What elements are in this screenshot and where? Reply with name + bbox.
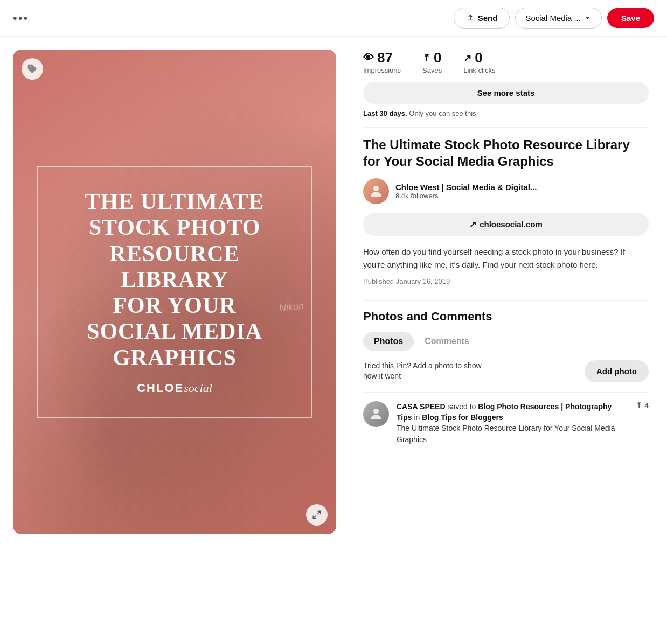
pin-card[interactable]: Nikon THE ULTIMATE STOCK PHOTO RESOURCE … xyxy=(13,50,336,534)
stats-row: 👁 87 Impressions ⤒ 0 Saves ↗ 0 Link clic… xyxy=(363,50,649,74)
save-button[interactable]: Save xyxy=(607,8,654,28)
board-label: Social Media ... xyxy=(525,13,581,23)
saves-count: 4 xyxy=(644,401,649,410)
main-content: Nikon THE ULTIMATE STOCK PHOTO RESOURCE … xyxy=(0,37,667,547)
tag-svg xyxy=(27,64,38,74)
saves-stat: ⤒ 0 Saves xyxy=(422,50,442,74)
saves-value-row: ⤒ 0 xyxy=(422,50,441,66)
add-photo-button[interactable]: Add photo xyxy=(585,360,649,382)
author-info: Chloe West | Social Media & Digital... 8… xyxy=(395,183,537,200)
tried-row: Tried this Pin? Add a photo to show how … xyxy=(363,360,649,382)
link-clicks-icon: ↗ xyxy=(463,52,471,64)
top-bar-actions: Send Social Media ... Save xyxy=(454,8,654,29)
pin-image-area: Nikon THE ULTIMATE STOCK PHOTO RESOURCE … xyxy=(13,50,358,534)
activity-content: CASA SPEED saved to Blog Photo Resources… xyxy=(397,401,628,445)
website-url: chloesocial.com xyxy=(480,220,543,229)
divider-1 xyxy=(363,127,649,128)
section-title: Photos and Comments xyxy=(363,310,649,324)
author-avatar xyxy=(363,178,389,204)
activity-saves: ⤒ 4 xyxy=(636,401,649,410)
send-label: Send xyxy=(478,13,498,23)
save-label: Save xyxy=(621,13,640,23)
saves-icon: ⤒ xyxy=(422,52,430,64)
photos-comments-section: Photos and Comments Photos Comments Trie… xyxy=(363,310,649,445)
right-panel: 👁 87 Impressions ⤒ 0 Saves ↗ 0 Link clic… xyxy=(358,50,654,534)
send-icon xyxy=(466,14,475,23)
activity-item: CASA SPEED saved to Blog Photo Resources… xyxy=(363,401,649,445)
eye-icon: 👁 xyxy=(363,52,374,64)
impressions-stat: 👁 87 Impressions xyxy=(363,50,401,74)
pin-background: Nikon THE ULTIMATE STOCK PHOTO RESOURCE … xyxy=(13,50,336,534)
author-row[interactable]: Chloe West | Social Media & Digital... 8… xyxy=(363,178,649,204)
link-clicks-label: Link clicks xyxy=(463,66,495,74)
activity-action: saved to xyxy=(447,402,476,411)
divider-2 xyxy=(363,300,649,301)
pin-image-title: THE ULTIMATE STOCK PHOTO RESOURCE LIBRAR… xyxy=(85,188,265,370)
tab-comments[interactable]: Comments xyxy=(414,332,480,351)
expand-svg xyxy=(312,510,322,520)
link-clicks-value-row: ↗ 0 xyxy=(463,50,482,66)
saves-pin-icon: ⤒ xyxy=(636,401,642,410)
expand-icon[interactable] xyxy=(306,504,328,526)
pin-brand: CHLOEsocial xyxy=(137,381,212,395)
activity-in-label: in xyxy=(414,413,422,422)
see-more-stats-button[interactable]: See more stats xyxy=(363,82,649,104)
activity-avatar-svg xyxy=(368,406,384,422)
svg-point-1 xyxy=(373,186,379,191)
impressions-value-row: 👁 87 xyxy=(363,50,393,66)
activity-pin-description: The Ultimate Stock Photo Resource Librar… xyxy=(397,424,615,443)
published-date: Published January 16, 2019 xyxy=(363,277,649,285)
tag-icon[interactable] xyxy=(22,58,43,80)
link-clicks-stat: ↗ 0 Link clicks xyxy=(463,50,495,74)
divider-3 xyxy=(363,392,649,393)
author-name: Chloe West | Social Media & Digital... xyxy=(395,183,537,192)
send-button[interactable]: Send xyxy=(454,8,510,29)
author-followers: 8.4k followers xyxy=(395,192,537,200)
activity-user-name: CASA SPEED xyxy=(397,402,446,411)
link-arrow-icon: ↗ xyxy=(469,219,476,229)
pin-text-box: THE ULTIMATE STOCK PHOTO RESOURCE LIBRAR… xyxy=(37,166,312,418)
impressions-number: 87 xyxy=(377,50,393,66)
tried-text: Tried this Pin? Add a photo to show how … xyxy=(363,361,482,382)
activity-avatar xyxy=(363,401,389,427)
tabs-row: Photos Comments xyxy=(363,332,649,351)
saves-number: 0 xyxy=(434,50,441,66)
top-bar: ••• Send Social Media ... Save xyxy=(0,0,667,37)
pin-description: How often do you find yourself needing a… xyxy=(363,246,649,271)
link-clicks-number: 0 xyxy=(475,50,482,66)
impressions-label: Impressions xyxy=(363,66,401,74)
activity-group-board: Blog Tips for Bloggers xyxy=(422,413,503,422)
website-button[interactable]: ↗ chloesocial.com xyxy=(363,213,649,236)
more-options-icon[interactable]: ••• xyxy=(13,11,29,25)
avatar-svg xyxy=(368,183,384,199)
board-dropdown-button[interactable]: Social Media ... xyxy=(515,8,602,29)
svg-point-2 xyxy=(373,409,379,414)
chevron-down-icon xyxy=(584,15,592,22)
tab-photos[interactable]: Photos xyxy=(363,332,414,351)
stats-period-text: Last 30 days. Only you can see this xyxy=(363,109,649,117)
saves-label: Saves xyxy=(422,66,442,74)
pin-title: The Ultimate Stock Photo Resource Librar… xyxy=(363,136,649,170)
